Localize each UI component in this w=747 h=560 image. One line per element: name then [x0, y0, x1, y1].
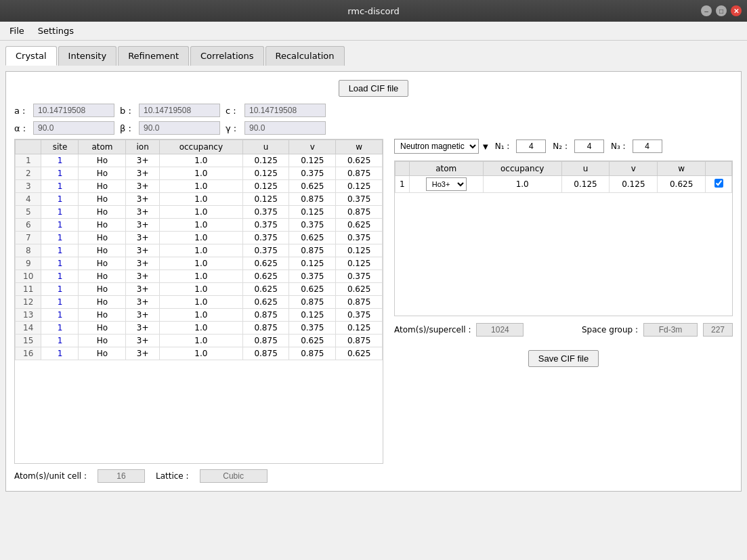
tab-crystal[interactable]: Crystal: [5, 46, 57, 66]
occupancy-value: 1.0: [159, 180, 242, 193]
alpha-input[interactable]: [33, 121, 114, 135]
radiation-dropdown[interactable]: Neutron magnetic Neutron nuclear X-ray: [394, 139, 479, 154]
atom-value: Ho: [79, 193, 126, 206]
site-value[interactable]: 1: [41, 206, 79, 219]
site-value[interactable]: 1: [41, 244, 79, 257]
load-cif-area: Load CIF file: [14, 80, 733, 97]
site-value[interactable]: 1: [41, 167, 79, 180]
w-value: 0.375: [336, 193, 383, 206]
w-value: 0.125: [336, 180, 383, 193]
site-value[interactable]: 1: [41, 257, 79, 270]
site-value[interactable]: 1: [41, 347, 79, 360]
atoms-unit-cell-label: Atom(s)/unit cell :: [14, 471, 87, 481]
ion-value: 3+: [126, 244, 160, 257]
right-col-rownum: [396, 162, 410, 176]
a-input[interactable]: [33, 104, 114, 117]
site-value[interactable]: 1: [41, 180, 79, 193]
spacegroup-input[interactable]: [643, 323, 698, 337]
atoms-supercell-input[interactable]: [476, 323, 524, 337]
u-value: 0.125: [242, 193, 289, 206]
tab-refinement[interactable]: Refinement: [118, 46, 189, 66]
col-header-atom: atom: [79, 140, 126, 154]
col-header-occupancy: occupancy: [159, 140, 242, 154]
tab-intensity[interactable]: Intensity: [58, 46, 117, 66]
table-row: 14 1 Ho 3+ 1.0 0.875 0.375 0.125: [16, 322, 383, 335]
ion-value: 3+: [126, 154, 160, 167]
ion-value: 3+: [126, 180, 160, 193]
atom-value: Ho: [79, 180, 126, 193]
close-button[interactable]: ✕: [731, 5, 742, 16]
site-value[interactable]: 1: [41, 270, 79, 283]
col-header-u: u: [242, 140, 289, 154]
u-value: 0.875: [242, 335, 289, 347]
chevron-down-icon: ▼: [483, 143, 488, 150]
minimize-button[interactable]: –: [701, 5, 712, 16]
row-number: 10: [16, 270, 41, 283]
menu-settings[interactable]: Settings: [31, 23, 81, 39]
site-value[interactable]: 1: [41, 232, 79, 244]
left-table-wrapper[interactable]: site atom ion occupancy u v w 1 1 Ho: [14, 139, 383, 464]
table-row: 10 1 Ho 3+ 1.0 0.625 0.375 0.375: [16, 270, 383, 283]
row-number: 8: [16, 244, 41, 257]
row-checkbox[interactable]: [714, 179, 723, 188]
right-v: 0.125: [610, 176, 658, 193]
right-checkbox-cell[interactable]: [706, 176, 732, 193]
row-number: 6: [16, 219, 41, 232]
tab-recalculation[interactable]: Recalculation: [265, 46, 345, 66]
table-row: 9 1 Ho 3+ 1.0 0.625 0.125 0.125: [16, 257, 383, 270]
lattice-input[interactable]: [200, 469, 268, 483]
gamma-input[interactable]: [244, 121, 326, 135]
u-value: 0.375: [242, 244, 289, 257]
abc-row: a : b : c :: [14, 104, 733, 117]
tab-content-crystal: Load CIF file a : b : c : α : β : γ :: [5, 71, 742, 492]
table-row: 16 1 Ho 3+ 1.0 0.875 0.875 0.625: [16, 347, 383, 360]
beta-input[interactable]: [139, 121, 220, 135]
save-cif-button[interactable]: Save CIF file: [528, 350, 599, 367]
v-value: 0.625: [289, 232, 336, 244]
site-value[interactable]: 1: [41, 193, 79, 206]
n1-input[interactable]: [516, 139, 546, 153]
c-input[interactable]: [244, 104, 326, 117]
row-number: 7: [16, 232, 41, 244]
n1-label: N₁ :: [495, 142, 510, 151]
site-value[interactable]: 1: [41, 283, 79, 296]
tab-correlations[interactable]: Correlations: [190, 46, 263, 66]
menu-file[interactable]: File: [3, 23, 31, 39]
table-row: 8 1 Ho 3+ 1.0 0.375 0.875 0.125: [16, 244, 383, 257]
spacegroup-num-input[interactable]: [703, 323, 733, 337]
v-value: 0.625: [289, 335, 336, 347]
load-cif-button[interactable]: Load CIF file: [339, 80, 409, 97]
site-value[interactable]: 1: [41, 219, 79, 232]
n2-input[interactable]: [574, 139, 604, 153]
right-col-w: w: [658, 162, 706, 176]
b-input[interactable]: [139, 104, 220, 117]
table-row: 4 1 Ho 3+ 1.0 0.125 0.875 0.375: [16, 193, 383, 206]
u-value: 0.875: [242, 309, 289, 322]
col-header-v: v: [289, 140, 336, 154]
site-value[interactable]: 1: [41, 322, 79, 335]
site-value[interactable]: 1: [41, 154, 79, 167]
right-table-wrapper[interactable]: atom occupancy u v w 1: [394, 160, 733, 316]
ion-value: 3+: [126, 167, 160, 180]
gamma-label: γ :: [226, 123, 239, 133]
site-value[interactable]: 1: [41, 309, 79, 322]
v-value: 0.125: [289, 154, 336, 167]
right-atom-dropdown-cell: Ho3+: [409, 176, 483, 193]
left-panel: site atom ion occupancy u v w 1 1 Ho: [14, 139, 383, 483]
row-number: 16: [16, 347, 41, 360]
n2-label: N₂ :: [553, 142, 568, 151]
site-value[interactable]: 1: [41, 296, 79, 309]
ion-value: 3+: [126, 309, 160, 322]
u-value: 0.625: [242, 296, 289, 309]
u-value: 0.125: [242, 180, 289, 193]
col-header-ion: ion: [126, 140, 160, 154]
maximize-button[interactable]: □: [716, 5, 727, 16]
atom-dropdown[interactable]: Ho3+: [426, 177, 467, 191]
site-value[interactable]: 1: [41, 335, 79, 347]
atom-value: Ho: [79, 257, 126, 270]
b-label: b :: [120, 106, 133, 116]
row-number: 2: [16, 167, 41, 180]
w-value: 0.875: [336, 335, 383, 347]
atoms-unit-cell-input[interactable]: [98, 469, 145, 483]
n3-input[interactable]: [633, 139, 662, 153]
